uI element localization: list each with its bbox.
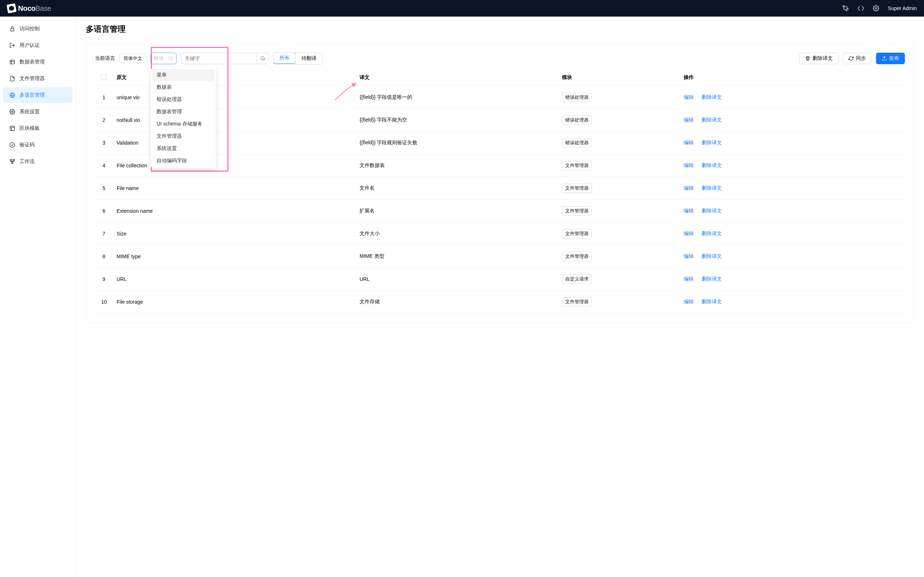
cell-translation: 文件存储 bbox=[356, 291, 558, 313]
delete-icon bbox=[805, 56, 810, 61]
row-index: 9 bbox=[95, 268, 113, 291]
table-row: 1 unique vio {{field}} 字段值是唯一的 错误处理器 编辑 … bbox=[95, 86, 905, 109]
sidebar-item-4[interactable]: 多语言管理 bbox=[3, 87, 73, 103]
table-row: 9 URL URL 自定义请求 编辑 删除译文 bbox=[95, 268, 905, 291]
list-icon bbox=[10, 59, 15, 65]
dropdown-item[interactable]: 错误处理器 bbox=[152, 93, 215, 106]
delete-link[interactable]: 删除译文 bbox=[702, 253, 722, 259]
delete-link[interactable]: 删除译文 bbox=[702, 208, 722, 213]
search-button[interactable] bbox=[257, 53, 269, 64]
dropdown-item[interactable]: 数据表管理 bbox=[152, 106, 215, 118]
cell-original: Size bbox=[113, 222, 356, 245]
cell-actions: 编辑 删除译文 bbox=[680, 245, 905, 268]
edit-link[interactable]: 编辑 bbox=[683, 185, 694, 191]
edit-link[interactable]: 编辑 bbox=[683, 94, 694, 100]
file-icon bbox=[10, 76, 15, 82]
sidebar-item-7[interactable]: 验证码 bbox=[3, 137, 73, 153]
delete-link[interactable]: 删除译文 bbox=[702, 140, 722, 145]
svg-rect-8 bbox=[10, 126, 15, 131]
sidebar-item-6[interactable]: 区块模板 bbox=[3, 121, 73, 136]
keyword-input[interactable] bbox=[181, 53, 257, 64]
edit-link[interactable]: 编辑 bbox=[683, 117, 694, 122]
row-index: 8 bbox=[95, 245, 113, 268]
plugin-icon[interactable] bbox=[858, 5, 864, 11]
module-tag: 错误处理器 bbox=[562, 138, 592, 148]
cell-translation: {{field}} 字段不能为空 bbox=[356, 109, 558, 132]
cell-original: notNull vio bbox=[113, 109, 356, 132]
sidebar-item-label: 用户认证 bbox=[19, 42, 40, 49]
svg-point-17 bbox=[261, 56, 264, 60]
sidebar-item-label: 访问控制 bbox=[19, 26, 40, 32]
publish-button[interactable]: 发布 bbox=[876, 53, 905, 64]
sync-icon bbox=[848, 56, 854, 61]
sidebar-item-5[interactable]: 系统设置 bbox=[3, 104, 73, 120]
module-tag: 文件管理器 bbox=[562, 252, 592, 261]
delete-link[interactable]: 删除译文 bbox=[702, 94, 722, 100]
cell-original: File storage bbox=[113, 291, 356, 313]
sidebar-item-0[interactable]: 访问控制 bbox=[3, 21, 73, 37]
edit-link[interactable]: 编辑 bbox=[683, 208, 694, 213]
col-module: 模块 bbox=[558, 69, 680, 86]
filter-all[interactable]: 所有 bbox=[273, 52, 296, 64]
edit-link[interactable]: 编辑 bbox=[683, 298, 694, 305]
cell-original: File collection bbox=[113, 154, 356, 177]
current-lang-value[interactable]: 简体中文 bbox=[120, 54, 146, 63]
svg-rect-2 bbox=[10, 60, 15, 64]
delete-translation-label: 删除译文 bbox=[813, 55, 833, 62]
brand[interactable]: NocoBase bbox=[7, 4, 51, 13]
select-all-checkbox[interactable] bbox=[101, 74, 107, 80]
svg-rect-12 bbox=[10, 160, 11, 161]
sidebar-item-2[interactable]: 数据表管理 bbox=[3, 54, 73, 70]
delete-link[interactable]: 删除译文 bbox=[702, 162, 722, 168]
delete-link[interactable]: 删除译文 bbox=[702, 117, 722, 122]
module-tag: 自定义请求 bbox=[562, 274, 592, 284]
row-index: 5 bbox=[95, 177, 113, 200]
dropdown-item[interactable]: 文件管理器 bbox=[152, 130, 215, 142]
col-actions: 操作 bbox=[680, 69, 905, 86]
module-select-placeholder: 模块 bbox=[154, 55, 164, 62]
dropdown-item[interactable]: 自动编码字段 bbox=[152, 155, 215, 167]
cell-translation: 文件名 bbox=[356, 177, 558, 200]
delete-link[interactable]: 删除译文 bbox=[702, 185, 722, 191]
design-icon[interactable] bbox=[842, 5, 849, 11]
filter-untranslated[interactable]: 待翻译 bbox=[296, 53, 322, 64]
dropdown-item[interactable]: 菜单 bbox=[152, 69, 215, 81]
cell-actions: 编辑 删除译文 bbox=[680, 268, 905, 291]
logo-text: NocoBase bbox=[18, 4, 51, 13]
sidebar-item-1[interactable]: 用户认证 bbox=[3, 37, 73, 53]
gear-icon[interactable] bbox=[873, 5, 879, 11]
cell-translation: MIME 类型 bbox=[356, 245, 558, 268]
sync-button[interactable]: 同步 bbox=[843, 53, 872, 64]
toolbar: 当前语言 简体中文 模块 菜单数据表错误处理器数据表管理UI schema 存储… bbox=[95, 52, 905, 64]
cell-translation: {{field}} 字段值是唯一的 bbox=[356, 86, 558, 109]
sidebar-item-8[interactable]: 工作流 bbox=[3, 154, 73, 169]
user-menu[interactable]: Super Admin bbox=[888, 5, 917, 11]
delete-translation-button[interactable]: 删除译文 bbox=[800, 53, 838, 64]
delete-link[interactable]: 删除译文 bbox=[702, 276, 722, 282]
gear-icon bbox=[10, 109, 15, 115]
translations-table: 原文 译文 模块 操作 1 unique vio {{field}} 字段值是唯… bbox=[95, 69, 905, 313]
sidebar-item-3[interactable]: 文件管理器 bbox=[3, 71, 73, 87]
edit-link[interactable]: 编辑 bbox=[683, 162, 694, 168]
current-lang-label: 当前语言 bbox=[95, 55, 115, 62]
upload-icon bbox=[882, 56, 887, 61]
edit-link[interactable]: 编辑 bbox=[683, 276, 694, 282]
delete-link[interactable]: 删除译文 bbox=[702, 230, 722, 236]
module-select[interactable]: 模块 菜单数据表错误处理器数据表管理UI schema 存储服务文件管理器系统设… bbox=[150, 53, 176, 64]
module-tag: 文件管理器 bbox=[562, 206, 592, 216]
edit-link[interactable]: 编辑 bbox=[683, 140, 694, 145]
module-tag: 文件管理器 bbox=[562, 161, 592, 170]
dropdown-item[interactable]: 系统设置 bbox=[152, 142, 215, 155]
edit-link[interactable]: 编辑 bbox=[683, 253, 694, 259]
row-index: 7 bbox=[95, 222, 113, 245]
svg-point-11 bbox=[10, 142, 15, 147]
cell-original: Extension name bbox=[113, 200, 356, 222]
edit-link[interactable]: 编辑 bbox=[683, 230, 694, 236]
delete-link[interactable]: 删除译文 bbox=[702, 298, 722, 305]
cell-translation: URL bbox=[356, 268, 558, 291]
dropdown-item[interactable]: UI schema 存储服务 bbox=[152, 118, 215, 130]
svg-point-0 bbox=[875, 8, 877, 10]
dropdown-item[interactable]: 数据表 bbox=[152, 81, 215, 93]
cell-actions: 编辑 删除译文 bbox=[680, 154, 905, 177]
cell-module: 自定义请求 bbox=[558, 268, 680, 291]
